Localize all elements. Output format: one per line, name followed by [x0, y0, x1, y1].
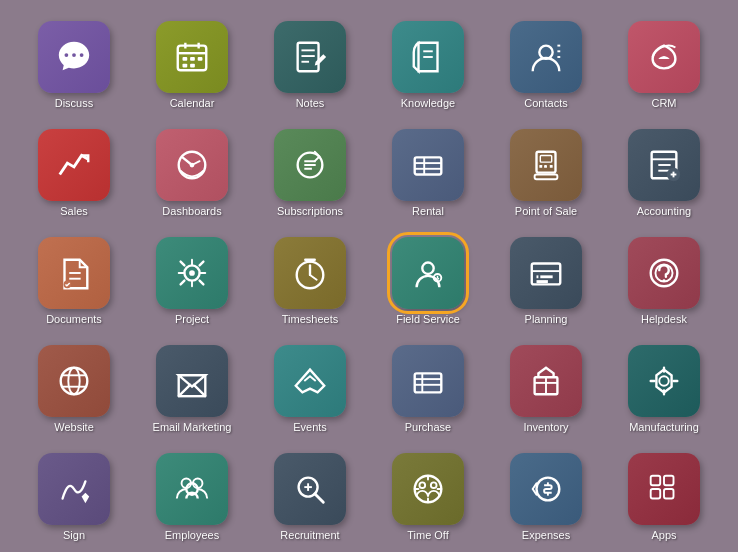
app-label-expenses: Expenses	[522, 529, 570, 542]
app-item-inventory[interactable]: Inventory	[491, 334, 601, 434]
app-item-subscriptions[interactable]: Subscriptions	[255, 118, 365, 218]
app-item-time-off[interactable]: Time Off	[373, 442, 483, 542]
app-item-email-marketing[interactable]: Email Marketing	[137, 334, 247, 434]
svg-point-58	[68, 368, 79, 395]
app-item-timesheets[interactable]: Timesheets	[255, 226, 365, 326]
app-label-field-service: Field Service	[396, 313, 460, 326]
app-item-employees[interactable]: Employees	[137, 442, 247, 542]
app-icon-calendar	[156, 21, 228, 93]
svg-point-43	[189, 270, 195, 276]
app-label-sign: Sign	[63, 529, 85, 542]
app-label-rental: Rental	[412, 205, 444, 218]
svg-rect-64	[415, 373, 442, 392]
svg-point-80	[419, 482, 425, 488]
app-item-purchase[interactable]: Purchase	[373, 334, 483, 434]
svg-point-57	[61, 368, 88, 395]
app-label-knowledge: Knowledge	[401, 97, 455, 110]
app-item-rental[interactable]: Rental	[373, 118, 483, 218]
app-icon-apps	[628, 453, 700, 525]
svg-rect-22	[415, 157, 442, 174]
app-item-project[interactable]: Project	[137, 226, 247, 326]
app-item-calendar[interactable]: Calendar	[137, 10, 247, 110]
app-label-discuss: Discuss	[55, 97, 94, 110]
app-item-manufacturing[interactable]: Manufacturing	[609, 334, 719, 434]
app-item-planning[interactable]: Planning	[491, 226, 601, 326]
app-icon-recruitment	[274, 453, 346, 525]
app-item-expenses[interactable]: Expenses	[491, 442, 601, 542]
app-icon-discuss	[38, 21, 110, 93]
app-item-sales[interactable]: Sales	[19, 118, 129, 218]
app-item-contacts[interactable]: Contacts	[491, 10, 601, 110]
app-icon-sign	[38, 453, 110, 525]
app-label-point-of-sale: Point of Sale	[515, 205, 577, 218]
svg-rect-6	[198, 57, 203, 61]
app-label-subscriptions: Subscriptions	[277, 205, 343, 218]
app-item-discuss[interactable]: Discuss	[19, 10, 129, 110]
app-icon-subscriptions	[274, 129, 346, 201]
app-label-inventory: Inventory	[523, 421, 568, 434]
app-label-sales: Sales	[60, 205, 88, 218]
app-icon-point-of-sale	[510, 129, 582, 201]
app-icon-inventory	[510, 345, 582, 417]
app-label-manufacturing: Manufacturing	[629, 421, 699, 434]
svg-rect-31	[535, 174, 558, 179]
svg-rect-30	[550, 165, 553, 168]
app-label-project: Project	[175, 313, 209, 326]
app-icon-website	[38, 345, 110, 417]
app-grid: DiscussCalendarNotesKnowledgeContactsCRM…	[3, 0, 735, 552]
app-icon-field-service	[392, 237, 464, 309]
app-label-timesheets: Timesheets	[282, 313, 338, 326]
svg-rect-7	[183, 63, 188, 67]
svg-rect-88	[664, 489, 674, 499]
app-item-events[interactable]: Events	[255, 334, 365, 434]
svg-point-81	[431, 482, 437, 488]
app-item-apps[interactable]: Apps	[609, 442, 719, 542]
app-icon-sales	[38, 129, 110, 201]
app-label-email-marketing: Email Marketing	[153, 421, 232, 434]
app-label-time-off: Time Off	[407, 529, 449, 542]
app-icon-expenses	[510, 453, 582, 525]
svg-rect-85	[651, 476, 661, 486]
app-item-sign[interactable]: Sign	[19, 442, 129, 542]
app-label-recruitment: Recruitment	[280, 529, 339, 542]
app-icon-planning	[510, 237, 582, 309]
svg-point-56	[663, 279, 666, 282]
svg-point-55	[655, 264, 672, 281]
app-item-recruitment[interactable]: Recruitment	[255, 442, 365, 542]
app-item-field-service[interactable]: Field Service	[373, 226, 483, 326]
app-label-calendar: Calendar	[170, 97, 215, 110]
app-icon-employees	[156, 453, 228, 525]
app-label-events: Events	[293, 421, 327, 434]
app-item-accounting[interactable]: Accounting	[609, 118, 719, 218]
app-item-knowledge[interactable]: Knowledge	[373, 10, 483, 110]
app-icon-manufacturing	[628, 345, 700, 417]
app-item-helpdesk[interactable]: Helpdesk	[609, 226, 719, 326]
app-item-documents[interactable]: Documents	[19, 226, 129, 326]
app-item-crm[interactable]: CRM	[609, 10, 719, 110]
svg-line-46	[310, 275, 317, 280]
app-label-accounting: Accounting	[637, 205, 691, 218]
app-label-website: Website	[54, 421, 94, 434]
app-icon-timesheets	[274, 237, 346, 309]
app-label-crm: CRM	[651, 97, 676, 110]
app-label-notes: Notes	[296, 97, 325, 110]
svg-rect-86	[664, 476, 674, 486]
app-item-point-of-sale[interactable]: Point of Sale	[491, 118, 601, 218]
app-icon-crm	[628, 21, 700, 93]
svg-rect-29	[544, 165, 547, 168]
svg-point-47	[422, 262, 433, 273]
app-icon-time-off	[392, 453, 464, 525]
app-item-website[interactable]: Website	[19, 334, 129, 434]
app-icon-accounting	[628, 129, 700, 201]
svg-point-71	[659, 376, 669, 386]
app-icon-dashboards	[156, 129, 228, 201]
app-item-notes[interactable]: Notes	[255, 10, 365, 110]
svg-rect-5	[190, 57, 195, 61]
app-item-dashboards[interactable]: Dashboards	[137, 118, 247, 218]
svg-line-76	[315, 494, 324, 503]
app-icon-project	[156, 237, 228, 309]
app-label-helpdesk: Helpdesk	[641, 313, 687, 326]
app-label-planning: Planning	[525, 313, 568, 326]
app-label-documents: Documents	[46, 313, 102, 326]
app-label-purchase: Purchase	[405, 421, 451, 434]
